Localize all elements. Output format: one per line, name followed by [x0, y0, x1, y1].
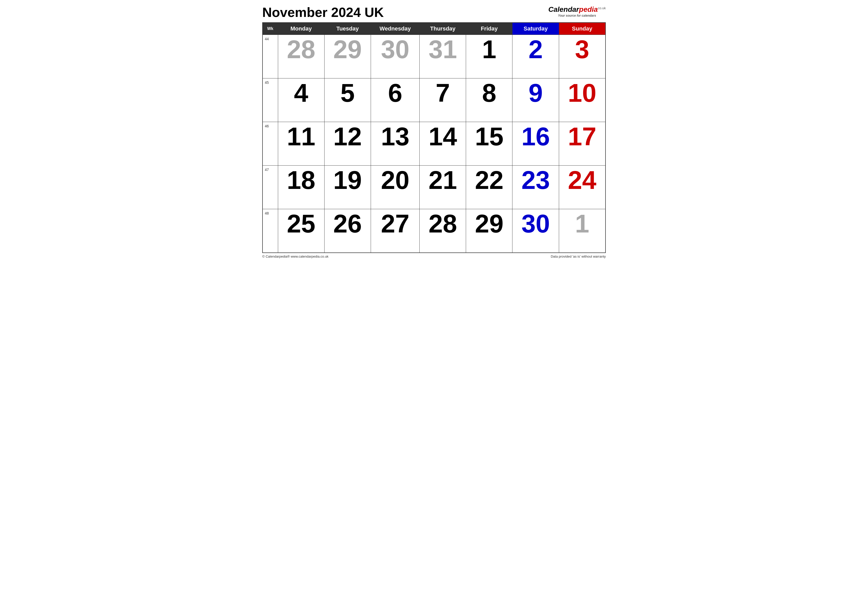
day-number: 29 [468, 211, 510, 236]
calendar-day-cell: 14 [420, 122, 466, 166]
calendar-day-cell: 25 [278, 209, 324, 253]
day-number: 7 [422, 80, 464, 105]
calendar-day-cell: 4 [278, 78, 324, 122]
calendar-header-row: Wk Monday Tuesday Wednesday Thursday Fri… [262, 23, 606, 35]
calendar-day-cell: 30 [371, 35, 419, 78]
calendar-day-cell: 30 [512, 209, 559, 253]
calendar-day-cell: 27 [371, 209, 419, 253]
week-number: 44 [262, 35, 278, 78]
day-number: 5 [327, 80, 369, 105]
calendar-week-row: 4611121314151617 [262, 122, 606, 166]
week-number: 46 [262, 122, 278, 166]
day-number: 16 [515, 124, 556, 149]
calendar-day-cell: 3 [559, 35, 606, 78]
col-header-tuesday: Tuesday [324, 23, 371, 35]
col-header-friday: Friday [466, 23, 512, 35]
calendar-day-cell: 21 [420, 166, 466, 209]
logo: Calendarpediaco.uk Your source for calen… [548, 5, 606, 17]
calendar-day-cell: 24 [559, 166, 606, 209]
calendar-day-cell: 18 [278, 166, 324, 209]
calendar-day-cell: 5 [324, 78, 371, 122]
calendar-day-cell: 17 [559, 122, 606, 166]
calendar-week-row: 4428293031123 [262, 35, 606, 78]
calendar-day-cell: 12 [324, 122, 371, 166]
calendar-day-cell: 28 [420, 209, 466, 253]
day-number: 13 [373, 124, 417, 149]
day-number: 11 [280, 124, 322, 149]
calendar-day-cell: 1 [466, 35, 512, 78]
day-number: 18 [280, 167, 322, 193]
day-number: 1 [561, 211, 603, 236]
calendar-day-cell: 23 [512, 166, 559, 209]
day-number: 30 [515, 211, 556, 236]
page-footer: © Calendarpedia® www.calendarpedia.co.uk… [262, 254, 606, 258]
calendar-day-cell: 19 [324, 166, 371, 209]
day-number: 1 [468, 36, 510, 62]
col-header-sunday: Sunday [559, 23, 606, 35]
day-number: 17 [561, 124, 603, 149]
col-header-saturday: Saturday [512, 23, 559, 35]
day-number: 31 [422, 36, 464, 62]
week-number: 48 [262, 209, 278, 253]
day-number: 14 [422, 124, 464, 149]
calendar-day-cell: 9 [512, 78, 559, 122]
day-number: 4 [280, 80, 322, 105]
day-number: 9 [515, 80, 556, 105]
page-title: November 2024 UK [262, 5, 384, 20]
calendar-day-cell: 29 [324, 35, 371, 78]
day-number: 10 [561, 80, 603, 105]
day-number: 21 [422, 167, 464, 193]
day-number: 26 [327, 211, 369, 236]
footer-right: Data provided 'as is' without warranty [551, 254, 606, 258]
day-number: 28 [280, 36, 322, 62]
day-number: 8 [468, 80, 510, 105]
week-number: 45 [262, 78, 278, 122]
day-number: 25 [280, 211, 322, 236]
calendar-week-row: 4718192021222324 [262, 166, 606, 209]
week-number: 47 [262, 166, 278, 209]
calendar-day-cell: 7 [420, 78, 466, 122]
col-header-wednesday: Wednesday [371, 23, 419, 35]
calendar-day-cell: 6 [371, 78, 419, 122]
day-number: 29 [327, 36, 369, 62]
calendar-day-cell: 28 [278, 35, 324, 78]
col-header-wk: Wk [262, 23, 278, 35]
day-number: 28 [422, 211, 464, 236]
logo-tagline: Your source for calendars [548, 14, 606, 17]
calendar-week-row: 4545678910 [262, 78, 606, 122]
day-number: 3 [561, 36, 603, 62]
day-number: 23 [515, 167, 556, 193]
calendar-day-cell: 1 [559, 209, 606, 253]
calendar-day-cell: 31 [420, 35, 466, 78]
day-number: 2 [515, 36, 556, 62]
col-header-thursday: Thursday [420, 23, 466, 35]
day-number: 19 [327, 167, 369, 193]
calendar-day-cell: 22 [466, 166, 512, 209]
calendar-day-cell: 8 [466, 78, 512, 122]
calendar-table: Wk Monday Tuesday Wednesday Thursday Fri… [262, 22, 606, 253]
calendar-day-cell: 15 [466, 122, 512, 166]
calendar-day-cell: 20 [371, 166, 419, 209]
day-number: 15 [468, 124, 510, 149]
calendar-day-cell: 10 [559, 78, 606, 122]
calendar-day-cell: 13 [371, 122, 419, 166]
logo-text: Calendarpediaco.uk [548, 5, 606, 13]
calendar-day-cell: 2 [512, 35, 559, 78]
day-number: 27 [373, 211, 417, 236]
calendar-day-cell: 29 [466, 209, 512, 253]
col-header-monday: Monday [278, 23, 324, 35]
calendar-week-row: 482526272829301 [262, 209, 606, 253]
day-number: 6 [373, 80, 417, 105]
day-number: 12 [327, 124, 369, 149]
day-number: 20 [373, 167, 417, 193]
page-header: November 2024 UK Calendarpediaco.uk Your… [262, 5, 606, 20]
calendar-day-cell: 16 [512, 122, 559, 166]
footer-left: © Calendarpedia® www.calendarpedia.co.uk [262, 254, 329, 258]
calendar-day-cell: 26 [324, 209, 371, 253]
day-number: 22 [468, 167, 510, 193]
day-number: 30 [373, 36, 417, 62]
day-number: 24 [561, 167, 603, 193]
calendar-day-cell: 11 [278, 122, 324, 166]
